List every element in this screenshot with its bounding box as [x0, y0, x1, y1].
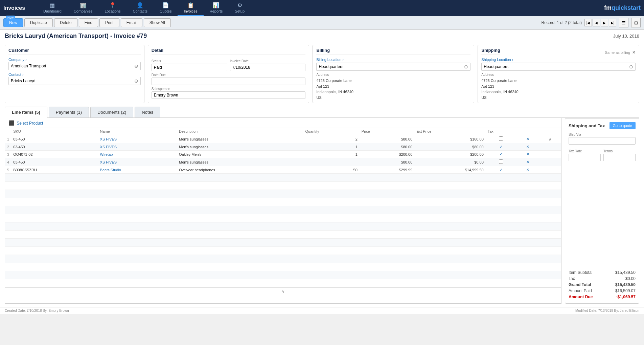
col-actions-1 [516, 128, 539, 135]
row-price-1: $80.00 [360, 135, 414, 143]
table-row: 1 03-450 XS FIVES Men's sunglasses 2 $80… [5, 135, 561, 143]
shipping-address: 4726 Corporate Lane Apt 123 Indianapolis… [481, 78, 636, 100]
nav-item-invoices[interactable]: 📋 Invoices [178, 0, 203, 16]
contact-field-group: Contact › ⊖ [8, 72, 141, 85]
grand-total-row: Grand Total $15,439.50 [569, 282, 636, 288]
invoice-date-input[interactable] [230, 64, 306, 71]
row-tax-1[interactable] [486, 135, 516, 143]
detail-panel: Detail Status Invoice Date Date Due Sale… [148, 45, 309, 103]
contact-minus-icon[interactable]: ⊖ [134, 78, 138, 84]
first-record-button[interactable]: |◀ [584, 19, 592, 26]
duplicate-button[interactable]: Duplicate [24, 18, 53, 27]
row-tax-3[interactable]: ✓ [486, 151, 516, 158]
row-name-2: XS FIVES [98, 143, 177, 151]
delete-icon[interactable]: ✕ [526, 137, 529, 141]
row-delete-5[interactable]: ✕ [516, 166, 539, 174]
row-chevron-4[interactable] [539, 158, 561, 166]
company-link[interactable]: Company › [8, 58, 27, 62]
row-tax-4[interactable] [486, 158, 516, 166]
table-row: 5 B008CS5ZRU Beats Studio Over-ear headp… [5, 166, 561, 174]
customer-panel: Customer Company › ⊖ Contact › ⊖ [5, 45, 144, 103]
row-chevron-2[interactable] [539, 143, 561, 151]
delete-button[interactable]: Delete [54, 18, 77, 27]
shipping-panel: Shipping Same as billing ✕ Shipping Loca… [478, 45, 639, 103]
delete-icon[interactable]: ✕ [526, 160, 529, 164]
date-due-input[interactable] [152, 78, 306, 85]
tab-notes[interactable]: Notes [135, 107, 160, 117]
row-delete-3[interactable]: ✕ [516, 151, 539, 158]
select-product-icon: ⬛ [8, 120, 14, 126]
row-chevron-3[interactable] [539, 151, 561, 158]
billing-address-label: Address [316, 73, 470, 77]
table-row: 4 03-450 XS FIVES Men's sunglasses $80.0… [5, 158, 561, 166]
shipping-minus-icon[interactable]: ⊖ [629, 64, 633, 69]
nav-item-locations[interactable]: 📍 Locations [98, 0, 127, 16]
row-num-2: 2 [5, 143, 11, 151]
row-num-5: 5 [5, 166, 11, 174]
row-tax-2[interactable]: ✓ [486, 143, 516, 151]
company-minus-icon[interactable]: ⊖ [134, 63, 138, 69]
tab-documents[interactable]: Documents (2) [90, 107, 133, 117]
terms-label: Terms [603, 149, 636, 153]
row-delete-2[interactable]: ✕ [516, 143, 539, 151]
row-chevron-5[interactable] [539, 166, 561, 174]
tax-rate-input[interactable] [569, 154, 601, 161]
empty-row [5, 247, 561, 255]
chevron-up-icon[interactable]: ∧ [549, 137, 552, 142]
billing-location-link[interactable]: Billing Location › [316, 58, 344, 62]
go-to-quote-button[interactable]: Go to quote [610, 122, 636, 129]
prev-record-button[interactable]: ◀ [593, 19, 600, 26]
last-record-button[interactable]: ▶| [609, 19, 616, 26]
empty-row [5, 214, 561, 222]
tab-payments[interactable]: Payments (1) [49, 107, 89, 117]
amount-due-row: Amount Due -$1,069.57 [569, 294, 636, 300]
contact-link[interactable]: Contact › [8, 72, 24, 77]
ship-via-input[interactable] [569, 137, 636, 145]
next-record-button[interactable]: ▶ [601, 19, 608, 26]
billing-location-input[interactable] [319, 64, 463, 69]
amount-paid-label: Amount Paid [569, 288, 592, 293]
contact-input[interactable] [11, 79, 133, 83]
table-row: 3 OO4071-02 Wiretap Oakley Men's 1 $200.… [5, 151, 561, 158]
shipping-location-input[interactable] [484, 64, 628, 69]
row-ext-price-5: $14,999.50 [414, 166, 485, 174]
select-product-link[interactable]: Select Product [17, 121, 43, 126]
same-as-billing-close-icon[interactable]: ✕ [632, 50, 636, 55]
nav-item-setup[interactable]: ⚙ Setup [229, 0, 251, 16]
tab-content-area: ⬛ Select Product SKU Name Description Qu… [5, 118, 639, 304]
status-input[interactable] [152, 64, 227, 71]
delete-icon[interactable]: ✕ [526, 152, 529, 156]
shipping-location-link[interactable]: Shipping Location › [481, 58, 513, 62]
find-button[interactable]: Find [79, 18, 98, 27]
salesperson-input[interactable] [152, 91, 306, 99]
delete-icon[interactable]: ✕ [526, 145, 529, 149]
grid-view-button[interactable]: ⊞ [631, 18, 641, 27]
scroll-down-indicator[interactable]: ∨ [5, 287, 561, 295]
row-chevron-1[interactable]: ∧ [539, 135, 561, 143]
row-delete-4[interactable]: ✕ [516, 158, 539, 166]
company-input[interactable] [11, 64, 133, 68]
delete-icon[interactable]: ✕ [526, 168, 529, 172]
nav-item-dashboard[interactable]: ▦ Dashboard [37, 0, 68, 16]
nav-item-contacts[interactable]: 👤 Contacts [127, 0, 154, 16]
row-tax-5[interactable]: ✓ [486, 166, 516, 174]
billing-minus-icon[interactable]: ⊖ [464, 64, 468, 69]
terms-input[interactable] [603, 154, 636, 161]
row-ext-price-3: $200.00 [414, 151, 485, 158]
row-delete-1[interactable]: ✕ [516, 135, 539, 143]
tax-check-icon: ✓ [500, 152, 503, 156]
tab-line-items[interactable]: Line Items (5) [5, 107, 47, 118]
tax-check-icon: ✓ [500, 145, 503, 149]
show-all-button[interactable]: Show All [144, 18, 171, 27]
print-button[interactable]: Print [99, 18, 119, 27]
amount-due-value: -$1,069.57 [616, 295, 636, 299]
tax-checkbox[interactable] [499, 159, 503, 164]
salesperson-field-group: Salesperson [152, 87, 306, 99]
nav-item-quotes[interactable]: 📄 Quotes [154, 0, 178, 16]
nav-item-companies[interactable]: 🏢 Companies [68, 0, 99, 16]
nav-item-reports[interactable]: 📊 Reports [204, 0, 229, 16]
email-button[interactable]: Email [121, 18, 142, 27]
shipping-tax-panel: Shipping and Tax Go to quote Ship Via Ta… [565, 118, 639, 304]
tax-checkbox[interactable] [499, 136, 503, 141]
menu-button[interactable]: ☰ [619, 18, 628, 27]
